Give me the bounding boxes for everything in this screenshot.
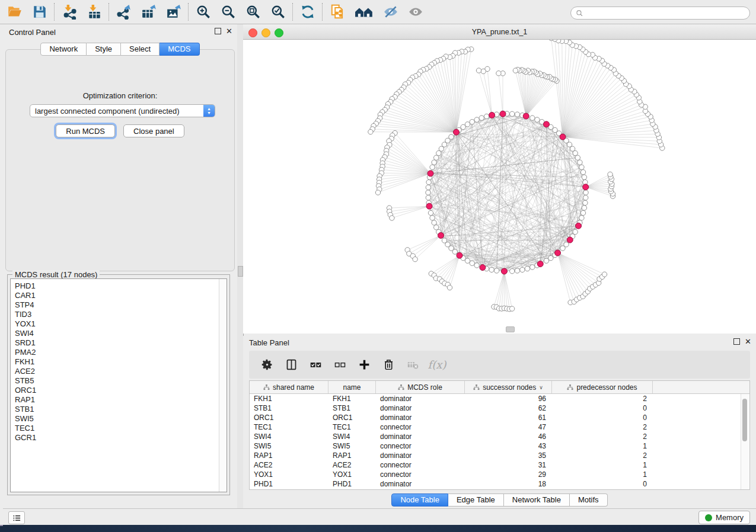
select-all-icon[interactable] [307, 357, 324, 373]
hide-selected-icon[interactable] [378, 1, 403, 23]
tab-motifs[interactable]: Motifs [570, 493, 608, 507]
network-node[interactable] [432, 160, 436, 165]
mcds-result-item[interactable]: FKH1 [11, 357, 219, 367]
table-row[interactable]: ORC1ORC1dominator610 [250, 413, 749, 422]
open-file-icon[interactable] [2, 1, 27, 23]
network-node[interactable] [582, 206, 586, 210]
table-row[interactable]: TEC1TEC1connector472 [250, 422, 749, 432]
table-cell[interactable]: 96 [465, 394, 552, 403]
table-cell[interactable]: dominator [376, 479, 465, 489]
network-node[interactable] [573, 229, 578, 234]
network-node[interactable] [580, 169, 585, 174]
memory-button[interactable]: Memory [698, 511, 750, 524]
table-cell[interactable]: 2 [552, 422, 653, 432]
mcds-result-item[interactable]: PHD1 [11, 281, 219, 291]
network-node[interactable] [489, 267, 494, 272]
table-cell[interactable]: TEC1 [250, 422, 328, 432]
mcds-result-item[interactable]: GCR1 [11, 433, 219, 443]
network-node[interactable] [447, 285, 452, 290]
network-node[interactable] [583, 200, 588, 205]
network-dominator-node[interactable] [457, 252, 462, 258]
network-dominator-node[interactable] [438, 232, 444, 238]
splitter-grip[interactable] [238, 266, 243, 277]
table-cell[interactable]: 0 [552, 479, 653, 489]
network-node[interactable] [470, 120, 474, 124]
network-node[interactable] [465, 258, 470, 263]
table-cell[interactable]: YOX1 [328, 470, 376, 479]
table-cell[interactable]: dominator [376, 451, 465, 460]
table-cell[interactable]: ACE2 [328, 460, 376, 470]
float-table-panel-icon[interactable] [733, 338, 740, 345]
network-dominator-node[interactable] [523, 113, 529, 119]
network-node[interactable] [436, 150, 441, 155]
network-node[interactable] [515, 268, 519, 273]
network-node[interactable] [481, 69, 486, 73]
table-cell[interactable]: 43 [465, 441, 552, 451]
network-dominator-node[interactable] [555, 250, 561, 256]
network-node[interactable] [390, 216, 394, 220]
table-cell[interactable]: 0 [552, 413, 653, 422]
add-column-icon[interactable] [356, 357, 372, 373]
minimize-window-icon[interactable] [261, 28, 270, 37]
status-menu-button[interactable] [8, 511, 25, 524]
table-cell[interactable]: 2 [552, 432, 653, 441]
mcds-result-item[interactable]: RAP1 [11, 395, 219, 405]
table-cell[interactable]: ACE2 [250, 460, 328, 470]
network-node[interactable] [602, 272, 607, 277]
import-table-icon[interactable] [82, 1, 107, 23]
delete-column-icon[interactable] [380, 357, 397, 373]
network-node[interactable] [470, 261, 474, 265]
network-node[interactable] [430, 216, 435, 220]
network-node[interactable] [575, 155, 580, 160]
table-cell[interactable]: STB1 [328, 403, 376, 413]
network-node[interactable] [476, 68, 481, 73]
table-cell[interactable]: 31 [465, 460, 552, 470]
table-cell[interactable]: STB1 [250, 403, 328, 413]
network-node[interactable] [513, 68, 518, 73]
network-dominator-node[interactable] [583, 184, 589, 190]
table-cell[interactable]: 29 [465, 470, 552, 479]
table-cell[interactable]: 47 [465, 422, 552, 432]
table-cell[interactable]: RAP1 [328, 451, 376, 460]
column-view-icon[interactable] [283, 357, 299, 373]
network-dominator-node[interactable] [426, 203, 432, 209]
table-settings-icon[interactable] [259, 357, 275, 373]
zoom-out-icon[interactable] [216, 1, 241, 23]
mcds-result-item[interactable]: SRD1 [11, 338, 219, 348]
network-node[interactable] [530, 116, 535, 120]
table-cell[interactable]: PHD1 [328, 479, 376, 489]
save-icon[interactable] [27, 1, 52, 23]
tab-style[interactable]: Style [87, 43, 121, 56]
mcds-result-item[interactable]: CAR1 [11, 291, 219, 300]
mcds-result-item[interactable]: TEC1 [11, 424, 219, 433]
network-node[interactable] [426, 185, 430, 190]
canvas-resize-handle[interactable] [506, 326, 515, 332]
table-scrollbar-thumb[interactable] [742, 399, 747, 441]
close-panel-icon[interactable]: ✕ [226, 28, 232, 34]
table-cell[interactable]: SWI5 [328, 441, 376, 451]
mcds-result-item[interactable]: ACE2 [11, 367, 219, 376]
tab-mcds[interactable]: MCDS [160, 43, 199, 56]
column-header-MCDS-role[interactable]: MCDS role [376, 381, 465, 393]
network-node[interactable] [496, 71, 501, 76]
network-node[interactable] [474, 263, 479, 268]
mcds-result-item[interactable]: STB1 [11, 405, 219, 414]
mcds-result-item[interactable]: SWI5 [11, 414, 219, 424]
table-cell[interactable]: connector [376, 460, 465, 470]
table-cell[interactable]: connector [376, 470, 465, 479]
table-cell[interactable]: 2 [552, 394, 653, 403]
table-cell[interactable]: SWI4 [328, 432, 376, 441]
network-node[interactable] [430, 165, 435, 169]
table-row[interactable]: ACE2ACE2connector311 [250, 460, 749, 470]
network-node[interactable] [510, 111, 515, 116]
network-node[interactable] [535, 117, 540, 122]
import-network-icon[interactable] [57, 1, 82, 23]
column-header-name[interactable]: name [328, 381, 376, 393]
network-node[interactable] [525, 266, 529, 271]
zoom-in-icon[interactable] [191, 1, 216, 23]
network-dominator-node[interactable] [576, 223, 582, 229]
column-header-shared-name[interactable]: shared name [250, 381, 328, 393]
mcds-result-item[interactable]: ORC1 [11, 386, 219, 395]
table-cell[interactable]: 1 [552, 470, 653, 479]
table-row[interactable]: SWI4SWI4dominator462 [250, 432, 749, 441]
